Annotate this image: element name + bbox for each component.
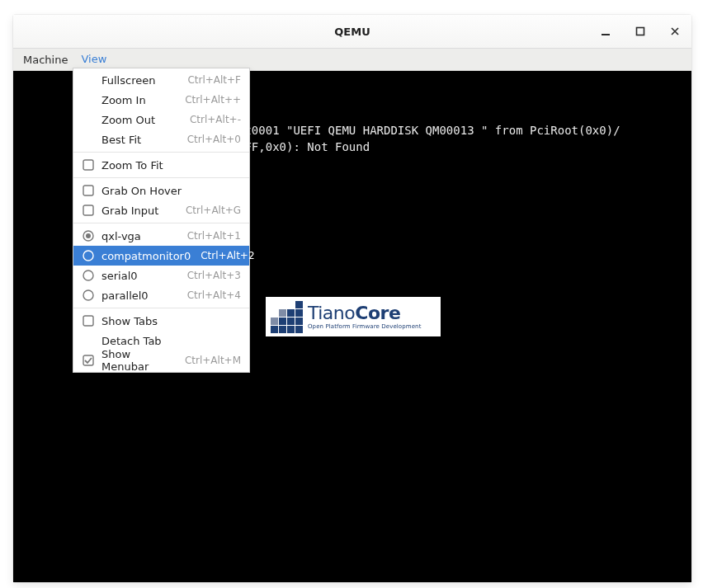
menu-item-label: serial0 bbox=[101, 270, 177, 282]
checkbox-icon bbox=[82, 314, 95, 327]
terminal-line-1: ot0001 "UEFI QEMU HARDDISK QM00013 " fro… bbox=[238, 124, 620, 137]
menu-item-label: Fullscreen bbox=[101, 74, 177, 87]
menu-item-zoom-out[interactable]: Zoom OutCtrl+Alt+- bbox=[73, 110, 249, 129]
titlebar: QEMU bbox=[13, 15, 691, 49]
menu-item-accel: Ctrl+Alt+1 bbox=[187, 230, 241, 242]
menu-item-zoom-to-fit[interactable]: Zoom To Fit bbox=[73, 155, 249, 175]
menu-item-accel: Ctrl+Alt++ bbox=[185, 94, 241, 106]
tianocore-logo: TianoCore Open Platform Firmware Develop… bbox=[266, 297, 441, 336]
menu-item-label: Detach Tab bbox=[101, 335, 241, 347]
svg-rect-0 bbox=[602, 34, 610, 35]
menu-item-best-fit[interactable]: Best FitCtrl+Alt+0 bbox=[73, 129, 249, 149]
svg-rect-11 bbox=[83, 355, 93, 365]
menu-item-serial0[interactable]: serial0Ctrl+Alt+3 bbox=[73, 266, 249, 285]
window-title: QEMU bbox=[334, 26, 370, 38]
window-controls bbox=[594, 15, 686, 48]
menu-item-accel: Ctrl+Alt+0 bbox=[187, 134, 241, 145]
radio-icon bbox=[82, 269, 95, 282]
menu-item-show-menubar[interactable]: Show MenubarCtrl+Alt+M bbox=[73, 350, 249, 370]
terminal-line-2: FFF,0x0): Not Found bbox=[238, 140, 370, 153]
svg-rect-1 bbox=[637, 28, 644, 35]
checkbox-icon bbox=[82, 204, 95, 217]
menu-item-show-tabs[interactable]: Show Tabs bbox=[73, 311, 249, 331]
tianocore-logo-mark bbox=[271, 301, 303, 333]
menu-item-label: Show Menubar bbox=[101, 348, 175, 373]
view-menu-dropdown: FullscreenCtrl+Alt+FZoom InCtrl+Alt++Zoo… bbox=[73, 68, 250, 373]
menu-item-grab-on-hover[interactable]: Grab On Hover bbox=[73, 181, 249, 200]
tianocore-logo-text: TianoCore Open Platform Firmware Develop… bbox=[308, 304, 422, 330]
menu-item-label: compatmonitor0 bbox=[101, 250, 191, 262]
window: QEMU Machine View ot0001 "UEFI QEMU HARD… bbox=[13, 15, 691, 582]
svg-rect-4 bbox=[83, 205, 93, 215]
close-icon bbox=[670, 26, 680, 36]
tianocore-tagline: Open Platform Firmware Development bbox=[308, 324, 422, 330]
menu-item-zoom-in[interactable]: Zoom InCtrl+Alt++ bbox=[73, 90, 249, 110]
menu-item-parallel0[interactable]: parallel0Ctrl+Alt+4 bbox=[73, 285, 249, 305]
terminal-output: ot0001 "UEFI QEMU HARDDISK QM00013 " fro… bbox=[238, 122, 620, 155]
menu-item-accel: Ctrl+Alt+4 bbox=[187, 289, 241, 301]
menu-item-accel: Ctrl+Alt+F bbox=[187, 74, 241, 86]
menu-item-label: Grab Input bbox=[101, 205, 176, 217]
menu-item-label: parallel0 bbox=[101, 289, 177, 302]
checkbox-icon bbox=[82, 158, 95, 172]
maximize-button[interactable] bbox=[629, 20, 652, 43]
menu-item-label: Grab On Hover bbox=[101, 185, 241, 197]
menu-item-accel: Ctrl+Alt+G bbox=[186, 205, 241, 216]
menu-item-accel: Ctrl+Alt+3 bbox=[187, 270, 241, 281]
menu-item-compatmonitor0[interactable]: compatmonitor0Ctrl+Alt+2 bbox=[73, 246, 249, 266]
checkbox-icon bbox=[82, 184, 95, 197]
maximize-icon bbox=[635, 26, 645, 36]
svg-rect-10 bbox=[83, 316, 93, 326]
svg-rect-3 bbox=[83, 186, 93, 195]
svg-point-7 bbox=[83, 251, 93, 261]
menu-item-accel: Ctrl+Alt+M bbox=[185, 355, 241, 366]
menu-item-fullscreen[interactable]: FullscreenCtrl+Alt+F bbox=[73, 70, 249, 90]
menu-item-accel: Ctrl+Alt+2 bbox=[201, 250, 254, 261]
svg-point-8 bbox=[83, 270, 93, 280]
menu-item-label: Show Tabs bbox=[101, 315, 241, 327]
menu-machine-label: Machine bbox=[23, 54, 68, 66]
radio-icon bbox=[82, 229, 95, 242]
checkbox-icon bbox=[82, 354, 95, 367]
close-button[interactable] bbox=[663, 20, 686, 43]
menu-item-label: qxl-vga bbox=[101, 230, 177, 242]
minimize-icon bbox=[601, 26, 611, 36]
menu-item-label: Zoom Out bbox=[101, 114, 180, 126]
radio-icon bbox=[82, 249, 95, 262]
svg-point-9 bbox=[83, 290, 93, 300]
menu-item-label: Zoom To Fit bbox=[101, 159, 241, 172]
minimize-button[interactable] bbox=[594, 20, 617, 43]
svg-rect-2 bbox=[83, 160, 93, 170]
menu-machine[interactable]: Machine bbox=[17, 49, 74, 70]
menu-item-label: Zoom In bbox=[101, 94, 175, 106]
menu-item-qxl-vga[interactable]: qxl-vgaCtrl+Alt+1 bbox=[73, 226, 249, 246]
menu-item-accel: Ctrl+Alt+- bbox=[190, 114, 241, 125]
menu-item-grab-input[interactable]: Grab InputCtrl+Alt+G bbox=[73, 200, 249, 220]
radio-icon bbox=[82, 289, 95, 302]
menu-item-label: Best Fit bbox=[101, 134, 177, 146]
menu-view-label: View bbox=[81, 53, 106, 65]
svg-point-6 bbox=[86, 233, 91, 238]
